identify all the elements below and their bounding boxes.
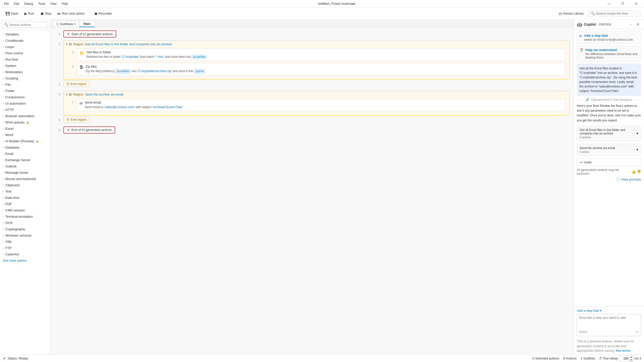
- copilot-more-button[interactable]: ···: [628, 22, 634, 27]
- sidebar-item-scripting[interactable]: ›Scripting: [0, 75, 50, 81]
- sidebar-item-run-flow[interactable]: ›Run flow: [0, 56, 50, 63]
- run-next-icon: ⏭: [57, 12, 61, 16]
- chevron-icon: ›: [3, 52, 4, 55]
- sidebar-item-flow-control[interactable]: ›Flow control: [0, 50, 50, 56]
- sidebar-item-folder[interactable]: ›Folder: [0, 88, 50, 94]
- menu-help[interactable]: Help: [60, 2, 70, 6]
- recorder-button[interactable]: ⏺ Recorder: [92, 10, 114, 17]
- sidebar-item-ai-builder[interactable]: ›AI Builder (Preview) 🔒: [0, 138, 50, 144]
- sidebar-item-word[interactable]: ›Word: [0, 132, 50, 138]
- sidebar-item-windows-services[interactable]: ›Windows services: [0, 232, 50, 239]
- chevron-icon: ›: [3, 127, 4, 130]
- restore-button[interactable]: ❐: [617, 0, 628, 8]
- sidebar-item-text[interactable]: ›Text: [0, 188, 50, 195]
- run-button[interactable]: ▶ Run: [22, 10, 37, 17]
- sidebar-item-pdf[interactable]: ›PDF: [0, 201, 50, 207]
- chevron-icon: ›: [3, 146, 4, 149]
- sidebar-item-xml[interactable]: ›XML: [0, 239, 50, 245]
- sidebar-item-compression[interactable]: ›Compression: [0, 94, 50, 100]
- run-delay-decrement[interactable]: ▼: [630, 358, 633, 361]
- view-prompts-button[interactable]: 📄 View prompts: [577, 177, 641, 181]
- sidebar-item-conditionals[interactable]: ›Conditionals: [0, 37, 50, 44]
- sidebar-search-input[interactable]: [9, 23, 46, 27]
- search-inside-input[interactable]: [596, 12, 638, 15]
- sidebar-item-ocr[interactable]: ›OCR: [0, 220, 50, 226]
- row-number-8: 8: [54, 116, 60, 122]
- save-button[interactable]: 💾 Save: [3, 10, 21, 17]
- action-card-email: Send the archive via email 1 action ▾: [577, 144, 641, 156]
- run-icon: ▶: [24, 12, 27, 16]
- chevron-icon: ›: [3, 102, 4, 105]
- sidebar-item-ui-automation[interactable]: ›UI automation: [0, 100, 50, 107]
- copilot-flow-response: Here's your flow! Review the flow's acti…: [577, 104, 641, 123]
- sidebar-search-box[interactable]: 🔍: [2, 22, 48, 28]
- chevron-icon: ›: [3, 77, 4, 80]
- add-step-label[interactable]: Add a step that ▾: [577, 309, 641, 312]
- ai-start-marker: ✦ Start of AI generated actions: [63, 30, 116, 37]
- step-textarea[interactable]: [579, 316, 639, 328]
- sidebar-item-http[interactable]: ›HTTP: [0, 107, 50, 113]
- sidebar-item-variables[interactable]: ›Variables: [0, 31, 50, 37]
- action-get-files[interactable]: 📁 Get files in folder Retrieve the files…: [77, 49, 565, 61]
- assets-library-button[interactable]: 🗃 Assets Library: [556, 10, 586, 17]
- undo-button[interactable]: ↩ Undo: [577, 159, 641, 166]
- suggestion-help-understand[interactable]: ❓ Help me understand the difference betw…: [577, 46, 641, 62]
- tab-main[interactable]: Main: [79, 21, 95, 27]
- sidebar-item-cmd-session[interactable]: ›CMD session: [0, 207, 50, 213]
- flow-row-8: 8 ⊟ End region: [54, 116, 570, 125]
- chevron-icon: ›: [3, 215, 4, 218]
- sidebar-item-exchange-server[interactable]: ›Exchange Server: [0, 157, 50, 163]
- search-inside-flow[interactable]: 🔍: [588, 10, 641, 17]
- sidebar-item-file[interactable]: ›File: [0, 81, 50, 88]
- status-ok-icon: ✔: [3, 356, 6, 360]
- menu-debug[interactable]: Debug: [22, 2, 35, 6]
- menu-edit[interactable]: Edit: [12, 2, 21, 6]
- action-card-excel-header[interactable]: Get all Excel files in the folder and co…: [577, 126, 641, 141]
- sidebar-item-workstation[interactable]: ›Workstation: [0, 69, 50, 75]
- suggestion-add-step[interactable]: ✉ Add a step that sends an email to lee@…: [577, 31, 641, 44]
- action-zip-files[interactable]: 🗜 Zip files Zip the file(s)/folder(s) Ex…: [77, 63, 565, 75]
- action-card-email-header[interactable]: Send the archive via email 1 action ▾: [577, 144, 641, 155]
- sidebar-item-database[interactable]: ›Database: [0, 144, 50, 151]
- close-button[interactable]: ✕: [630, 0, 642, 8]
- sidebar-item-cyberark[interactable]: ›CyberArk: [0, 251, 50, 257]
- sidebar-item-system[interactable]: ›System: [0, 63, 50, 69]
- thumbs-up-button[interactable]: 👍: [631, 170, 636, 174]
- sidebar-item-cryptography[interactable]: ›Cryptography: [0, 226, 50, 232]
- see-terms-link[interactable]: See terms: [616, 349, 630, 352]
- menu-view[interactable]: View: [48, 2, 59, 6]
- sidebar-item-loops[interactable]: ›Loops: [0, 44, 50, 50]
- copilot-close-button[interactable]: ✕: [635, 22, 641, 27]
- row-number-7: 7: [68, 99, 74, 104]
- sidebar-item-clipboard[interactable]: ›Clipboard: [0, 182, 50, 188]
- toolbar-separator: [89, 11, 90, 17]
- sidebar-item-work-queues[interactable]: ›Work queues 🔒: [0, 119, 50, 125]
- sidebar-item-ftp[interactable]: ›FTP: [0, 245, 50, 251]
- recorder-icon: ⏺: [94, 12, 98, 16]
- action-send-email[interactable]: ✉ Send email Send email to 'sales@contos…: [77, 99, 565, 111]
- sidebar-item-terminal-emulation[interactable]: ›Terminal emulation: [0, 213, 50, 220]
- run-delay-value-input[interactable]: [619, 356, 629, 361]
- menu-file[interactable]: File: [2, 2, 11, 6]
- region-email: ▾ ⊟ Region Send the archive via email 7: [63, 91, 570, 115]
- region-excel-header[interactable]: ▾ ⊟ Region Get all Excel files in the fo…: [64, 41, 569, 48]
- sidebar-item-browser-automation[interactable]: ›Browser automation: [0, 113, 50, 119]
- sidebar-item-date-time[interactable]: ›Date time: [0, 195, 50, 201]
- sidebar-item-outlook[interactable]: ›Outlook: [0, 163, 50, 169]
- see-more-actions[interactable]: See more actions: [0, 257, 50, 264]
- send-button[interactable]: ➤: [635, 330, 639, 334]
- region-email-header[interactable]: ▾ ⊟ Region Send the archive via email: [64, 91, 569, 98]
- tab-subflows[interactable]: ⬡ Subflows ▾: [53, 21, 78, 27]
- thumbs-down-button[interactable]: 👎: [637, 170, 641, 174]
- menu-tools[interactable]: Tools: [36, 2, 47, 6]
- run-delay-increment[interactable]: ▲: [630, 356, 633, 358]
- row-content-7: ✉ Send email Send email to 'sales@contos…: [77, 99, 565, 112]
- sidebar-item-excel[interactable]: ›Excel: [0, 125, 50, 132]
- run-next-action-button[interactable]: ⏭ Run next action: [55, 10, 87, 17]
- sidebar-item-message-boxes[interactable]: ›Message boxes: [0, 169, 50, 176]
- stop-button[interactable]: ⏹ Stop: [38, 10, 54, 17]
- sidebar-item-mouse-keyboard[interactable]: ›Mouse and keyboard: [0, 176, 50, 182]
- save-icon: 💾: [6, 12, 10, 16]
- minimize-button[interactable]: —: [603, 0, 615, 8]
- sidebar-item-email[interactable]: ›Email: [0, 151, 50, 157]
